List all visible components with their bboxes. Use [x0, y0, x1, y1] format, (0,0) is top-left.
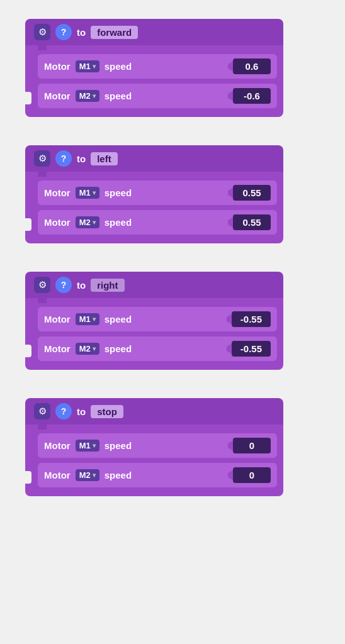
motor-label: Motor	[44, 440, 71, 451]
function-name-forward[interactable]: forward	[91, 26, 138, 39]
motor-select-left-0[interactable]: M1▾	[76, 187, 99, 199]
motor-select-right-0[interactable]: M1▾	[76, 313, 99, 325]
speed-value-left-1[interactable]: 0.55	[233, 214, 271, 230]
speed-value-right-0[interactable]: -0.55	[232, 311, 271, 327]
dropdown-arrow-icon: ▾	[93, 189, 96, 196]
block-body-forward: MotorM1▾speed0.6MotorM2▾speed-0.6	[25, 45, 283, 117]
motor-value: M1	[79, 188, 91, 197]
motor-row-left-1: MotorM2▾speed0.55	[38, 210, 277, 235]
speed-value-forward-0[interactable]: 0.6	[233, 58, 271, 74]
dropdown-arrow-icon: ▾	[93, 345, 96, 352]
speed-label: speed	[105, 61, 132, 72]
motor-select-left-1[interactable]: M2▾	[76, 216, 99, 228]
motor-label: Motor	[44, 217, 71, 228]
speed-label: speed	[105, 217, 132, 228]
block-header-forward: ⚙?toforward	[25, 19, 283, 45]
block-stop: ⚙?tostopMotorM1▾speed0MotorM2▾speed0	[25, 398, 283, 496]
question-icon[interactable]: ?	[55, 277, 72, 293]
speed-label: speed	[105, 440, 132, 451]
speed-label: speed	[105, 91, 132, 101]
motor-row-left-0: MotorM1▾speed0.55	[38, 180, 277, 205]
dropdown-arrow-icon: ▾	[93, 92, 96, 99]
speed-value-left-0[interactable]: 0.55	[233, 185, 271, 201]
dropdown-arrow-icon: ▾	[93, 219, 96, 226]
question-icon[interactable]: ?	[55, 150, 72, 167]
block-right: ⚙?torightMotorM1▾speed-0.55MotorM2▾speed…	[25, 272, 283, 370]
motor-select-stop-1[interactable]: M2▾	[76, 469, 99, 481]
to-label: to	[77, 280, 86, 291]
question-icon[interactable]: ?	[55, 24, 72, 40]
motor-select-forward-1[interactable]: M2▾	[76, 90, 99, 102]
function-name-left[interactable]: left	[91, 152, 118, 165]
motor-value: M1	[79, 441, 91, 450]
motor-row-stop-0: MotorM1▾speed0	[38, 433, 277, 458]
gear-icon[interactable]: ⚙	[34, 150, 50, 167]
speed-label: speed	[105, 314, 132, 325]
motor-label: Motor	[44, 470, 71, 480]
motor-row-stop-1: MotorM2▾speed0	[38, 463, 277, 487]
speed-label: speed	[105, 343, 132, 354]
to-label: to	[77, 153, 86, 164]
gear-icon[interactable]: ⚙	[34, 277, 50, 293]
motor-value: M2	[79, 470, 91, 480]
dropdown-arrow-icon: ▾	[93, 442, 96, 449]
motor-label: Motor	[44, 91, 71, 101]
motor-label: Motor	[44, 187, 71, 198]
block-forward: ⚙?toforwardMotorM1▾speed0.6MotorM2▾speed…	[25, 19, 283, 117]
motor-value: M2	[79, 91, 91, 101]
dropdown-arrow-icon: ▾	[93, 316, 96, 323]
speed-value-stop-0[interactable]: 0	[233, 438, 271, 453]
motor-select-stop-0[interactable]: M1▾	[76, 440, 99, 452]
dropdown-arrow-icon: ▾	[93, 63, 96, 70]
motor-row-right-1: MotorM2▾speed-0.55	[38, 336, 277, 361]
speed-value-forward-1[interactable]: -0.6	[233, 88, 271, 104]
block-header-left: ⚙?toleft	[25, 145, 283, 172]
dropdown-arrow-icon: ▾	[93, 472, 96, 479]
motor-label: Motor	[44, 343, 71, 354]
to-label: to	[77, 406, 86, 417]
motor-select-forward-0[interactable]: M1▾	[76, 60, 99, 72]
motor-row-right-0: MotorM1▾speed-0.55	[38, 307, 277, 331]
to-label: to	[77, 27, 86, 38]
block-body-left: MotorM1▾speed0.55MotorM2▾speed0.55	[25, 172, 283, 243]
block-body-stop: MotorM1▾speed0MotorM2▾speed0	[25, 425, 283, 496]
motor-value: M1	[79, 314, 91, 324]
block-left: ⚙?toleftMotorM1▾speed0.55MotorM2▾speed0.…	[25, 145, 283, 243]
question-icon[interactable]: ?	[55, 403, 72, 419]
motor-row-forward-0: MotorM1▾speed0.6	[38, 54, 277, 79]
motor-value: M1	[79, 62, 91, 71]
function-name-right[interactable]: right	[91, 279, 124, 292]
motor-label: Motor	[44, 314, 71, 325]
gear-icon[interactable]: ⚙	[34, 24, 50, 40]
speed-value-right-1[interactable]: -0.55	[232, 341, 271, 357]
motor-value: M2	[79, 218, 91, 227]
block-header-stop: ⚙?tostop	[25, 398, 283, 425]
block-header-right: ⚙?toright	[25, 272, 283, 298]
gear-icon[interactable]: ⚙	[34, 403, 50, 419]
motor-value: M2	[79, 344, 91, 353]
motor-select-right-1[interactable]: M2▾	[76, 343, 99, 355]
motor-row-forward-1: MotorM2▾speed-0.6	[38, 84, 277, 108]
speed-label: speed	[105, 470, 132, 480]
block-body-right: MotorM1▾speed-0.55MotorM2▾speed-0.55	[25, 298, 283, 370]
motor-label: Motor	[44, 61, 71, 72]
speed-label: speed	[105, 187, 132, 198]
function-name-stop[interactable]: stop	[91, 405, 123, 418]
speed-value-stop-1[interactable]: 0	[233, 467, 271, 483]
